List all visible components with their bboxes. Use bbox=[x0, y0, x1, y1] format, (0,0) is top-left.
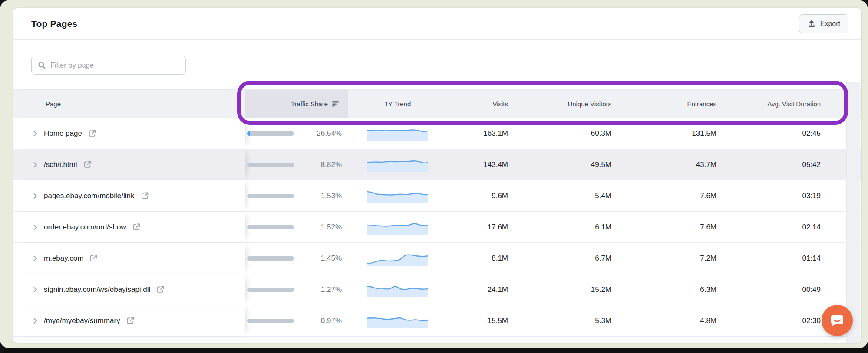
table-row[interactable]: pages.ebay.com/mobile/link 1.53% 9.6M 5.… bbox=[13, 180, 861, 212]
external-link-icon[interactable] bbox=[140, 191, 149, 200]
external-link-icon[interactable] bbox=[89, 254, 98, 263]
trend-cell bbox=[348, 149, 447, 180]
filter-section bbox=[13, 40, 861, 75]
column-header-entrances[interactable]: Entrances bbox=[618, 90, 723, 118]
page-cell[interactable]: /sch/i.html bbox=[13, 149, 245, 180]
column-header-unique-visitors-label: Unique Visitors bbox=[568, 100, 611, 108]
avg-visit-duration-value: 02:45 bbox=[723, 118, 827, 149]
traffic-share-value: 1.27% bbox=[321, 285, 342, 294]
card-header: Top Pages Export bbox=[13, 8, 861, 40]
chevron-right-icon[interactable] bbox=[32, 255, 38, 262]
table-row[interactable]: signin.ebay.com/ws/ebayisapi.dll 1.27% 2… bbox=[13, 274, 861, 305]
external-link-icon[interactable] bbox=[88, 129, 97, 138]
trend-cell bbox=[348, 212, 447, 242]
external-link-icon[interactable] bbox=[132, 222, 141, 232]
traffic-share-bar-fill bbox=[247, 131, 250, 136]
visits-value: 9.6M bbox=[447, 180, 515, 211]
chevron-right-icon[interactable] bbox=[32, 286, 38, 293]
chevron-right-icon[interactable] bbox=[32, 224, 38, 231]
entrances-value: 6.3M bbox=[618, 274, 723, 305]
export-button[interactable]: Export bbox=[799, 14, 848, 33]
column-header-visits[interactable]: Visits bbox=[447, 90, 515, 118]
page-name: m.ebay.com bbox=[44, 254, 83, 263]
traffic-share-cell: 0.97% bbox=[245, 305, 348, 336]
page-cell[interactable]: /mye/myebay/summary bbox=[13, 305, 245, 336]
trend-sparkline bbox=[367, 282, 428, 297]
traffic-share-bar bbox=[247, 256, 294, 261]
sort-descending-icon bbox=[332, 101, 340, 107]
traffic-share-cell: 1.45% bbox=[245, 243, 348, 274]
page-title: Top Pages bbox=[31, 19, 77, 29]
entrances-value: 131.5M bbox=[618, 118, 723, 149]
visits-value: 24.1M bbox=[447, 274, 515, 305]
table-row[interactable]: /sch/i.html 8.82% 143.4M 49.5M 43.7M 05:… bbox=[13, 149, 861, 180]
chevron-right-icon[interactable] bbox=[32, 161, 38, 168]
column-header-1y-trend[interactable]: 1Y Trend bbox=[348, 90, 447, 118]
table-row[interactable]: /mye/myebay/summary 0.97% 15.5M 5.3M 4.8… bbox=[13, 305, 861, 337]
table-row[interactable]: m.ebay.com 1.45% 8.1M 6.7M 7.2M 01:14 bbox=[13, 243, 861, 274]
unique-visitors-value: 49.5M bbox=[515, 149, 618, 180]
vertical-scrollbar-track[interactable] bbox=[846, 82, 860, 343]
traffic-share-cell: 1.52% bbox=[245, 212, 348, 242]
external-link-icon[interactable] bbox=[156, 285, 165, 294]
avg-visit-duration-value: 03:19 bbox=[723, 180, 827, 211]
traffic-share-value: 1.52% bbox=[321, 223, 342, 232]
column-header-entrances-label: Entrances bbox=[687, 100, 716, 108]
table-body: Home page 26.54% 163.1M 60.3M 131.5M 02:… bbox=[13, 118, 861, 337]
column-header-visits-label: Visits bbox=[492, 100, 508, 108]
page-name: pages.ebay.com/mobile/link bbox=[44, 192, 135, 200]
chevron-right-icon[interactable] bbox=[32, 193, 38, 199]
page-cell[interactable]: pages.ebay.com/mobile/link bbox=[13, 180, 245, 211]
search-icon bbox=[38, 61, 46, 69]
trend-cell bbox=[348, 118, 447, 149]
entrances-value: 7.6M bbox=[618, 212, 723, 242]
external-link-icon[interactable] bbox=[126, 316, 135, 325]
filter-input[interactable] bbox=[50, 61, 179, 69]
entrances-value: 4.8M bbox=[618, 305, 723, 336]
page-cell[interactable]: signin.ebay.com/ws/ebayisapi.dll bbox=[13, 274, 245, 305]
trend-cell bbox=[348, 243, 447, 274]
trend-cell bbox=[348, 274, 447, 305]
chevron-right-icon[interactable] bbox=[32, 317, 38, 324]
traffic-share-value: 8.82% bbox=[321, 160, 342, 169]
traffic-share-bar bbox=[247, 288, 294, 292]
traffic-share-cell: 26.54% bbox=[245, 118, 348, 149]
visits-value: 143.4M bbox=[447, 149, 515, 180]
entrances-value: 43.7M bbox=[618, 149, 723, 180]
external-link-icon[interactable] bbox=[83, 160, 92, 169]
page-cell[interactable]: Home page bbox=[13, 118, 245, 149]
column-header-page[interactable]: Page bbox=[13, 90, 245, 118]
visits-value: 17.6M bbox=[447, 212, 515, 242]
column-header-avg-visit-duration[interactable]: Avg. Visit Duration bbox=[723, 90, 827, 118]
trend-sparkline bbox=[367, 220, 428, 235]
trend-sparkline bbox=[367, 157, 428, 172]
column-header-page-label: Page bbox=[46, 100, 61, 108]
table-row[interactable]: Home page 26.54% 163.1M 60.3M 131.5M 02:… bbox=[13, 118, 861, 149]
visits-value: 163.1M bbox=[447, 118, 515, 149]
page-name: Home page bbox=[44, 129, 82, 138]
page-name: signin.ebay.com/ws/ebayisapi.dll bbox=[44, 285, 150, 294]
page-cell bbox=[13, 337, 245, 343]
traffic-share-bar bbox=[247, 163, 294, 167]
table-row-partial bbox=[13, 337, 861, 343]
chevron-right-icon[interactable] bbox=[32, 130, 38, 137]
column-header-unique-visitors[interactable]: Unique Visitors bbox=[515, 90, 618, 118]
chat-launcher-button[interactable] bbox=[822, 305, 853, 336]
unique-visitors-value: 5.3M bbox=[515, 305, 618, 336]
traffic-share-bar bbox=[247, 225, 294, 229]
page-cell[interactable]: m.ebay.com bbox=[13, 243, 245, 274]
column-header-traffic-share[interactable]: Traffic Share bbox=[245, 90, 348, 118]
page-name: /mye/myebay/summary bbox=[44, 317, 120, 325]
avg-visit-duration-value: 01:14 bbox=[723, 243, 827, 274]
traffic-share-value: 0.97% bbox=[321, 317, 342, 325]
traffic-share-cell: 1.27% bbox=[245, 274, 348, 305]
page-cell[interactable]: order.ebay.com/ord/show bbox=[13, 212, 245, 242]
column-header-traffic-share-label: Traffic Share bbox=[291, 100, 328, 108]
visits-value: 8.1M bbox=[447, 243, 515, 274]
unique-visitors-value: 60.3M bbox=[515, 118, 618, 149]
export-icon bbox=[807, 20, 816, 28]
entrances-value: 7.2M bbox=[618, 243, 723, 274]
unique-visitors-value: 5.4M bbox=[515, 180, 618, 211]
table-row[interactable]: order.ebay.com/ord/show 1.52% 17.6M 6.1M… bbox=[13, 212, 861, 243]
traffic-share-bar bbox=[247, 194, 294, 198]
